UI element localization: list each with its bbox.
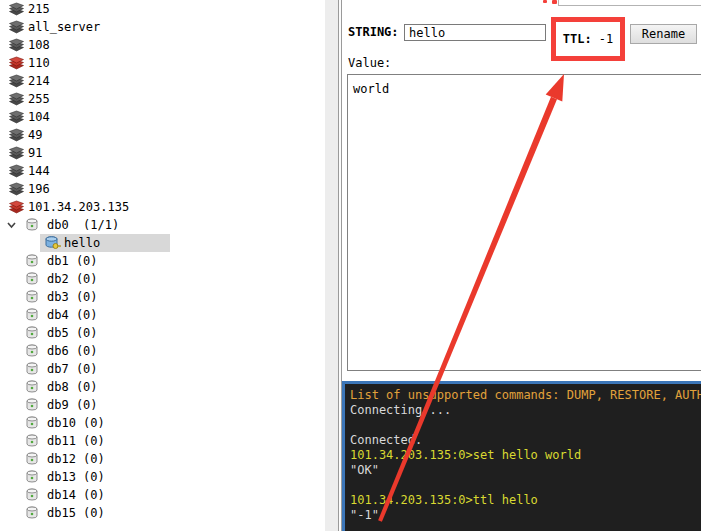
tree-item-db7[interactable]: db7 (0)	[0, 360, 325, 378]
console-log[interactable]: List of unsupported commands: DUMP, REST…	[342, 381, 701, 531]
database-icon	[25, 416, 42, 430]
console-line: "-1"	[350, 508, 701, 523]
console-line: "OK"	[350, 463, 701, 478]
tree-item-214[interactable]: 214	[0, 72, 325, 90]
redis-cube-icon	[8, 110, 25, 124]
console-line: 101.34.203.135:0>ttl hello	[350, 493, 701, 508]
redis-cube-icon	[8, 128, 25, 142]
console-line	[350, 478, 701, 493]
database-icon	[25, 344, 42, 358]
redis-cube-icon	[8, 92, 25, 106]
database-icon	[25, 218, 42, 232]
connections-tree[interactable]: 215 all_server 108 110 214 255 104	[0, 0, 325, 531]
tree-item-91[interactable]: 91	[0, 144, 325, 162]
tree-item-101.34.203.135[interactable]: 101.34.203.135	[0, 198, 325, 216]
tree-item-db15[interactable]: db15 (0)	[0, 504, 325, 522]
value-editor-box[interactable]: world	[347, 74, 701, 371]
selected-key-highlight: hello	[40, 234, 170, 252]
database-icon	[25, 434, 42, 448]
redis-cube-icon	[8, 38, 25, 52]
tree-item-49[interactable]: 49	[0, 126, 325, 144]
redis-cube-icon	[8, 182, 25, 196]
ttl-value: -1	[592, 32, 614, 46]
tree-item-db4[interactable]: db4 (0)	[0, 306, 325, 324]
database-icon	[25, 398, 42, 412]
tree-item-db11[interactable]: db11 (0)	[0, 432, 325, 450]
value-label: Value:	[348, 56, 391, 70]
database-icon	[25, 452, 42, 466]
key-name-input[interactable]	[404, 24, 546, 41]
tree-item-110[interactable]: 110	[0, 54, 325, 72]
tree-item-db12[interactable]: db12 (0)	[0, 450, 325, 468]
console-line	[350, 418, 701, 433]
database-icon	[25, 488, 42, 502]
database-icon	[25, 272, 42, 286]
tree-item-db1[interactable]: db1 (0)	[0, 252, 325, 270]
key-type-label: STRING:	[348, 25, 399, 39]
tree-item-196[interactable]: 196	[0, 180, 325, 198]
database-icon	[25, 254, 42, 268]
tree-item-all_server[interactable]: all_server	[0, 18, 325, 36]
redis-cube-icon	[8, 164, 25, 178]
top-input-partial[interactable]	[558, 0, 701, 6]
value-content: world	[353, 82, 389, 96]
database-icon	[25, 470, 42, 484]
tree-item-db2[interactable]: db2 (0)	[0, 270, 325, 288]
redis-cube-icon	[8, 20, 25, 34]
database-icon	[25, 326, 42, 340]
tree-item-db5[interactable]: db5 (0)	[0, 324, 325, 342]
tree-item-db8[interactable]: db8 (0)	[0, 378, 325, 396]
tree-item-hello[interactable]: hello	[0, 234, 325, 252]
rename-button[interactable]: Rename	[630, 24, 697, 44]
database-icon	[25, 380, 42, 394]
tree-item-db9[interactable]: db9 (0)	[0, 396, 325, 414]
redis-cube-icon	[8, 2, 25, 16]
redis-cube-icon	[8, 146, 25, 160]
ttl-annotation-box: TTL: -1	[551, 17, 625, 61]
ttl-label: TTL:	[563, 32, 592, 46]
tree-item-db0[interactable]: db0 (1/1)	[0, 216, 325, 234]
redis-cube-icon	[8, 200, 25, 214]
console-line: List of unsupported commands: DUMP, REST…	[350, 388, 701, 403]
tree-item-db6[interactable]: db6 (0)	[0, 342, 325, 360]
redis-cube-icon	[8, 74, 25, 88]
tree-item-db10[interactable]: db10 (0)	[0, 414, 325, 432]
database-icon	[25, 290, 42, 304]
console-line: 101.34.203.135:0>set hello world	[350, 448, 701, 463]
tree-item-215[interactable]: 215	[0, 0, 325, 18]
database-icon	[25, 308, 42, 322]
redis-cube-icon	[8, 56, 25, 70]
tree-item-108[interactable]: 108	[0, 36, 325, 54]
value-editor-panel: STRING: TTL: -1 Rename Value: world List…	[342, 0, 701, 531]
console-line: Connected.	[350, 433, 701, 448]
console-line: Connecting ...	[350, 403, 701, 418]
tree-item-db3[interactable]: db3 (0)	[0, 288, 325, 306]
tree-item-db14[interactable]: db14 (0)	[0, 486, 325, 504]
key-icon	[44, 236, 61, 250]
tree-item-255[interactable]: 255	[0, 90, 325, 108]
tree-item-db13[interactable]: db13 (0)	[0, 468, 325, 486]
tree-item-144[interactable]: 144	[0, 162, 325, 180]
red-annotation-dot	[543, 0, 547, 3]
database-icon	[25, 362, 42, 376]
database-icon	[25, 506, 42, 520]
tree-item-104[interactable]: 104	[0, 108, 325, 126]
red-annotation-dot	[552, 0, 557, 4]
tree-scrollbar-track[interactable]	[325, 0, 338, 531]
